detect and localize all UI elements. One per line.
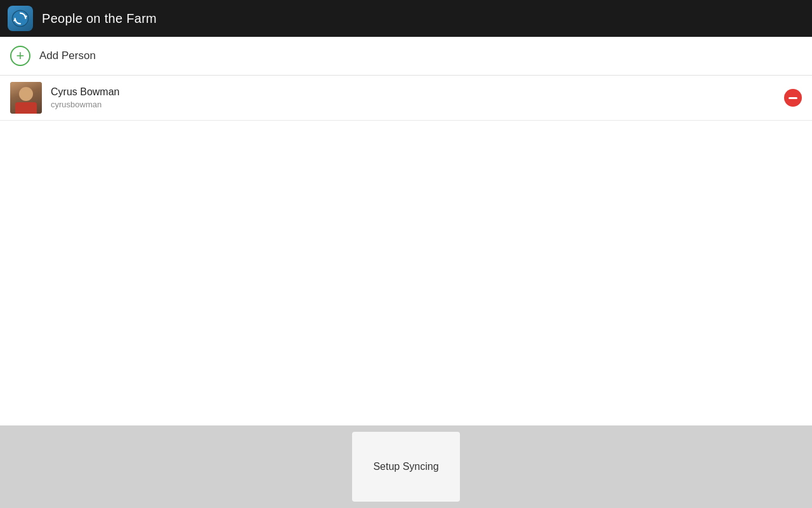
person-avatar — [10, 82, 42, 114]
setup-syncing-button[interactable]: Setup Syncing — [352, 432, 460, 502]
add-person-row[interactable]: Add Person — [0, 37, 812, 76]
person-info: Cyrus Bowman cyrusbowman — [51, 86, 775, 109]
add-person-label: Add Person — [39, 50, 96, 62]
person-list-item[interactable]: Cyrus Bowman cyrusbowman — [0, 76, 812, 121]
app-title: People on the Farm — [42, 11, 157, 26]
remove-person-button[interactable] — [784, 89, 802, 107]
app-bar: People on the Farm — [0, 0, 812, 37]
app-icon — [8, 6, 33, 31]
bottom-bar: Setup Syncing — [0, 425, 812, 508]
add-person-icon — [10, 46, 30, 66]
person-name: Cyrus Bowman — [51, 86, 775, 98]
person-username: cyrusbowman — [51, 100, 775, 109]
main-content: Add Person Cyrus Bowman cyrusbowman — [0, 37, 812, 425]
empty-content-area — [0, 121, 812, 425]
minus-icon — [789, 97, 797, 99]
